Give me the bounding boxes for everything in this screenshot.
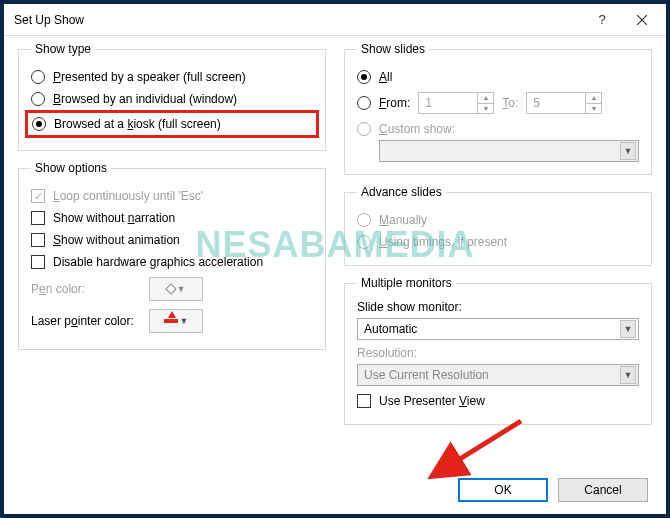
radio-label: Browsed at a kiosk (full screen) — [54, 117, 221, 131]
radio-slides-all[interactable]: All — [357, 66, 639, 88]
pen-color-picker: ▼ — [149, 277, 203, 301]
pen-color-row: Pen color: ▼ — [31, 273, 313, 305]
radio-label: Custom show: — [379, 122, 455, 136]
laser-color-swatch-icon — [164, 319, 178, 323]
from-value: 1 — [419, 96, 477, 110]
radio-icon — [357, 122, 371, 136]
radio-icon — [357, 70, 371, 84]
radio-icon — [32, 117, 46, 131]
to-spinner[interactable]: 5 ▲▼ — [526, 92, 602, 114]
radio-label: From: — [379, 96, 410, 110]
left-column: Show type Presented by a speaker (full s… — [18, 42, 326, 435]
checkbox-icon — [31, 233, 45, 247]
cancel-button[interactable]: Cancel — [558, 478, 648, 502]
radio-label: All — [379, 70, 392, 84]
checkbox-icon: ✓ — [31, 189, 45, 203]
group-multiple-monitors: Multiple monitors Slide show monitor: Au… — [344, 276, 652, 425]
checkbox-icon — [357, 394, 371, 408]
radio-advance-manual: Manually — [357, 209, 639, 231]
group-show-options: Show options ✓ Loop continuously until '… — [18, 161, 326, 350]
radio-label: Presented by a speaker (full screen) — [53, 70, 246, 84]
highlight-annotation: Browsed at a kiosk (full screen) — [25, 110, 319, 138]
chevron-down-icon: ▼ — [620, 320, 636, 338]
radio-label: Browsed by an individual (window) — [53, 92, 237, 106]
from-to-inputs: 1 ▲▼ To: 5 ▲▼ — [418, 92, 602, 114]
radio-browsed-individual[interactable]: Browsed by an individual (window) — [31, 88, 313, 110]
laser-color-row: Laser pointer color: ▼ — [31, 305, 313, 337]
checkbox-loop: ✓ Loop continuously until 'Esc' — [31, 185, 313, 207]
arrow-down-icon: ▼ — [478, 104, 493, 114]
radio-icon — [357, 213, 371, 227]
checkbox-icon — [31, 211, 45, 225]
spinner-arrows: ▲▼ — [585, 93, 601, 113]
arrow-up-icon: ▲ — [586, 93, 601, 104]
close-icon — [637, 15, 647, 25]
monitor-label: Slide show monitor: — [357, 300, 639, 318]
group-show-type-legend: Show type — [31, 42, 95, 56]
laser-color-picker[interactable]: ▼ — [149, 309, 203, 333]
group-show-slides: Show slides All From: 1 ▲▼ To: — [344, 42, 652, 175]
arrow-down-icon: ▼ — [586, 104, 601, 114]
close-button[interactable] — [622, 6, 662, 34]
group-advance-slides-legend: Advance slides — [357, 185, 446, 199]
laser-color-label: Laser pointer color: — [31, 314, 141, 328]
checkbox-icon — [31, 255, 45, 269]
ok-button[interactable]: OK — [458, 478, 548, 502]
radio-icon — [357, 235, 371, 249]
titlebar: Set Up Show ? — [4, 4, 666, 36]
chevron-down-icon: ▼ — [620, 366, 636, 384]
chevron-down-icon: ▼ — [180, 316, 189, 326]
dialog-title: Set Up Show — [14, 13, 582, 27]
checkbox-presenter-view[interactable]: Use Presenter View — [357, 390, 639, 412]
checkbox-no-animation[interactable]: Show without animation — [31, 229, 313, 251]
group-multiple-monitors-legend: Multiple monitors — [357, 276, 456, 290]
custom-show-combo: ▼ — [379, 140, 639, 162]
dialog-content: Show type Presented by a speaker (full s… — [4, 36, 666, 435]
group-advance-slides: Advance slides Manually Using timings, i… — [344, 185, 652, 266]
checkbox-label: Use Presenter View — [379, 394, 485, 408]
group-show-options-legend: Show options — [31, 161, 111, 175]
group-show-slides-legend: Show slides — [357, 42, 429, 56]
to-label: To: — [502, 96, 518, 110]
to-value: 5 — [527, 96, 585, 110]
checkbox-label: Loop continuously until 'Esc' — [53, 189, 203, 203]
group-show-type: Show type Presented by a speaker (full s… — [18, 42, 326, 151]
checkbox-label: Show without narration — [53, 211, 175, 225]
resolution-combo: Use Current Resolution ▼ — [357, 364, 639, 386]
dialog-footer: OK Cancel — [458, 478, 648, 502]
checkbox-disable-hw-graphics[interactable]: Disable hardware graphics acceleration — [31, 251, 313, 273]
resolution-label: Resolution: — [357, 346, 639, 364]
resolution-value: Use Current Resolution — [364, 368, 489, 382]
radio-slides-from[interactable] — [357, 96, 371, 110]
chevron-down-icon: ▼ — [620, 142, 636, 160]
dialog-window: Set Up Show ? Show type Presented by a s… — [0, 0, 670, 518]
radio-presented-by-speaker[interactable]: Presented by a speaker (full screen) — [31, 66, 313, 88]
arrow-up-icon: ▲ — [478, 93, 493, 104]
pen-color-swatch-icon — [165, 283, 176, 294]
checkbox-no-narration[interactable]: Show without narration — [31, 207, 313, 229]
from-spinner[interactable]: 1 ▲▼ — [418, 92, 494, 114]
chevron-down-icon: ▼ — [177, 284, 186, 294]
radio-label: Using timings, if present — [379, 235, 507, 249]
checkbox-label: Show without animation — [53, 233, 180, 247]
radio-icon — [31, 70, 45, 84]
pen-color-label: Pen color: — [31, 282, 141, 296]
right-column: Show slides All From: 1 ▲▼ To: — [344, 42, 652, 435]
help-button[interactable]: ? — [582, 6, 622, 34]
spinner-arrows: ▲▼ — [477, 93, 493, 113]
radio-icon — [31, 92, 45, 106]
checkbox-label: Disable hardware graphics acceleration — [53, 255, 263, 269]
radio-custom-show: Custom show: — [357, 118, 639, 140]
radio-browsed-kiosk[interactable]: Browsed at a kiosk (full screen) — [32, 115, 221, 133]
radio-label: Manually — [379, 213, 427, 227]
monitor-value: Automatic — [364, 322, 417, 336]
radio-slides-from-row: From: 1 ▲▼ To: 5 ▲▼ — [357, 88, 639, 118]
monitor-combo[interactable]: Automatic ▼ — [357, 318, 639, 340]
radio-advance-timings: Using timings, if present — [357, 231, 639, 253]
